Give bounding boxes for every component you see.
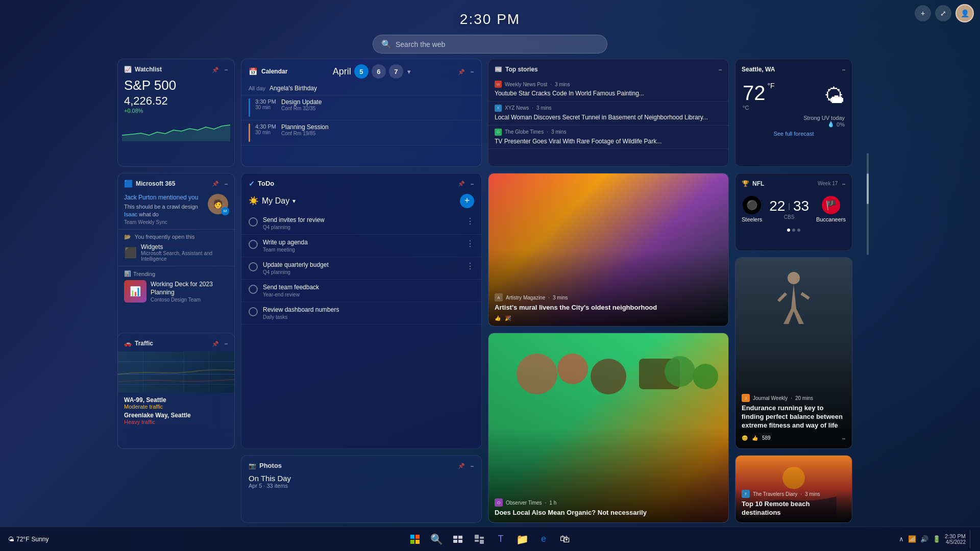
taskbar-explorer-button[interactable]: 📁 [513,530,531,548]
weather-card: Seattle, WA 72 °F °C 🌤 Strong UV today 💧… [735,59,852,167]
traffic-pin[interactable] [211,339,220,348]
todo-item-3-more[interactable]: ⋮ [466,261,474,271]
artist-card[interactable]: A Artistry Magazine · 3 mins Artist's mu… [488,173,729,327]
calendar-more[interactable] [469,66,474,77]
taskbar-clock[interactable]: 2:30 PM 4/5/2022 [945,533,966,545]
weather-more[interactable] [841,64,846,74]
todo-checkbox-2[interactable] [249,240,258,249]
trending-item[interactable]: 📊 Working Deck for 2023 Planning Contoso… [124,280,228,303]
nfl-team-1: ⚫ Steelers [742,196,762,222]
source-icon-2: X [495,105,502,112]
produce-card[interactable]: O Observer Times · 1 h Does Local Also M… [488,333,729,523]
mention-link[interactable]: Isaac [124,211,137,217]
frequent-item[interactable]: ⬛ Widgets Microsoft Search, Assistant an… [124,243,228,262]
todo-item-1-more[interactable]: ⋮ [466,216,474,226]
nfl-more[interactable] [841,179,846,189]
taskbar-widgets-button[interactable] [470,530,488,548]
todo-checkbox-1[interactable] [249,217,258,227]
show-desktop-button[interactable] [970,530,972,548]
scroll-thumb[interactable] [867,173,869,204]
start-button[interactable] [406,530,424,548]
todo-item-2-more[interactable]: ⋮ [466,239,474,248]
todo-add-button[interactable]: + [460,194,474,208]
nfl-scores: ⚫ Steelers 22 | 33 CBS 🏴 Buccaneers [736,192,852,227]
traffic-icon: 🚗 [124,340,132,347]
photos-pin[interactable] [457,461,466,470]
taskbar-store-button[interactable]: 🛍 [556,530,574,548]
calendar-day-today[interactable]: 5 [354,64,369,79]
weather-header: Seattle, WA [736,59,852,78]
taskbar: 🌤 72°F Sunny 🔍 [0,527,980,551]
topstories-more[interactable] [717,64,722,74]
journal-time: 20 mins [795,395,813,401]
topstories-icon: 📰 [495,66,502,73]
calendar-day-7[interactable]: 7 [389,64,403,79]
taskbar-edge-button[interactable]: e [534,530,553,548]
produce-time: 1 h [549,500,556,506]
watchlist-more[interactable] [223,64,228,74]
dot-1[interactable] [787,229,790,232]
weather-main: 72 °F °C 🌤 [736,78,852,115]
taskbar-teams-button[interactable]: T [492,530,510,548]
minimize-button[interactable]: ⤢ [935,5,951,21]
news-item-2[interactable]: X XYZ News · 3 mins Local Woman Discover… [488,102,728,126]
photos-more[interactable] [469,461,474,471]
source-icon-3: G [495,129,502,136]
search-icon: 🔍 [381,39,391,49]
search-input[interactable] [396,40,599,48]
travelers-time: 3 mins [805,491,820,497]
user-avatar[interactable]: 👤 [955,4,974,22]
user-avatar-mention: 🧑 M [208,194,228,214]
calendar-expand[interactable]: ▾ [406,67,412,77]
journal-more[interactable] [841,433,846,443]
calendar-event-2[interactable]: 4:30 PM 30 min Planning Session Conf Rm … [241,120,481,145]
clock: 2:30 PM [460,11,520,28]
stock-name: S&P 500 [118,78,234,93]
calendar-title: Calendar [261,68,287,75]
volume-icon[interactable]: 🔊 [920,535,928,543]
taskbar-taskview-button[interactable] [449,530,467,548]
watchlist-title: Watchlist [135,66,162,73]
wifi-icon[interactable]: 📶 [908,535,916,543]
todo-checkbox-4[interactable] [249,285,258,294]
news-item-1[interactable]: W Weekly News Post · 3 mins Youtube Star… [488,78,728,102]
todo-more[interactable] [469,179,474,189]
todo-pin[interactable] [457,179,466,188]
frequent-app-sub: Microsoft Search, Assistant and Intellig… [141,251,228,262]
add-button[interactable]: + [915,5,931,21]
battery-icon[interactable]: 🔋 [933,535,941,543]
nfl-network: CBS [769,214,809,220]
calendar-pin[interactable] [457,67,466,77]
dot-3[interactable] [797,229,800,232]
taskbar-search-button[interactable]: 🔍 [427,530,446,548]
produce-source: Observer Times [506,500,542,506]
search-bar: 🔍 [373,35,607,54]
powerpoint-icon: ⬛ [124,246,137,259]
dot-2[interactable] [792,229,795,232]
calendar-icon: 📅 [249,67,257,76]
calendar-day-6[interactable]: 6 [372,64,386,79]
todo-checkbox-3[interactable] [249,262,258,271]
chevron-up-icon[interactable]: ∧ [899,535,904,543]
taskbar-weather-temp: 72°F [16,536,29,543]
todo-checkbox-5[interactable] [249,307,258,316]
system-icons: ∧ 📶 🔊 🔋 [899,535,941,543]
artistry-source: Artistry Magazine [506,295,545,300]
forecast-link[interactable]: See full forecast [736,128,852,140]
traffic-more[interactable] [223,338,228,348]
trending-thumb: 📊 [124,280,146,303]
travelers-card[interactable]: T The Travelers Diary · 3 mins Top 10 Re… [735,455,852,523]
svg-rect-19 [458,536,462,539]
source-2: XYZ News [505,105,529,111]
m365-pin[interactable] [211,179,220,188]
m365-more[interactable] [223,179,228,189]
journal-card[interactable]: J Journal Weekly · 20 mins Endurance run… [735,257,852,449]
journal-icon: J [742,394,750,402]
watchlist-pin[interactable] [211,65,220,74]
calendar-event-1[interactable]: 3:30 PM 30 min Design Update Conf Rm 32/… [241,95,481,120]
news-item-3[interactable]: G The Globe Times · 3 mins TV Presenter … [488,126,728,149]
watchlist-icon: 📈 [124,66,132,73]
source-icon-1: W [495,81,502,88]
nfl-pagination [736,227,852,234]
todo-item-3: Update quarterly budget Q4 planning ⋮ [241,257,481,280]
